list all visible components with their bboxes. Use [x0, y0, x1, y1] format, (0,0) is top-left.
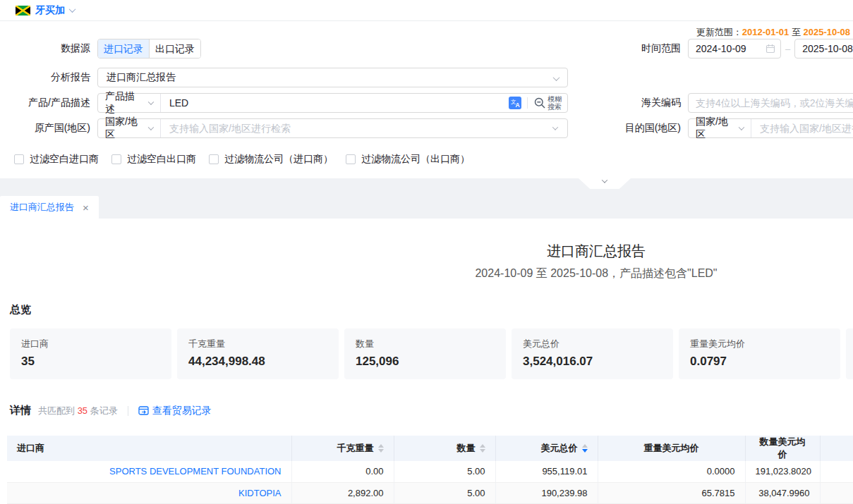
checkbox[interactable] [14, 154, 24, 164]
report-content: 进口商汇总报告 2024-10-09 至 2025-10-08，产品描述包含"L… [0, 219, 853, 504]
table-header-row: 进口商 千克重量 数量 [7, 436, 853, 461]
chevron-down-icon [148, 99, 154, 104]
filter-label[interactable]: 过滤空白进口商 [30, 153, 99, 166]
product-field-type-select[interactable]: 产品描述 [98, 94, 161, 112]
destination-country-type-value: 国家/地区 [696, 116, 734, 141]
report-subtitle: 2024-10-09 至 2025-10-08，产品描述包含"LED" [0, 266, 853, 281]
report-type-select[interactable]: 进口商汇总报告 [97, 68, 568, 87]
overview-card: 重量美元均价 0.0797 [679, 328, 840, 379]
table-cell: 2,892.00 [291, 482, 394, 503]
calendar-icon[interactable] [766, 44, 775, 54]
card-label: 进口商 [21, 338, 160, 350]
card-value: 44,234,998.48 [188, 355, 327, 369]
overview-card-partial [846, 328, 853, 379]
filter-logistics-importer: 过滤物流公司（进口商） [209, 153, 333, 166]
overview-heading: 总览 [10, 303, 31, 316]
checkbox[interactable] [346, 154, 356, 164]
close-icon[interactable]: × [83, 202, 89, 213]
translate-button[interactable]: 文 A [509, 97, 521, 109]
chevron-down-icon [553, 74, 560, 81]
importer-link[interactable]: SPORTS DEVELOPMENT FOUNDATION [109, 466, 281, 477]
collapse-handle[interactable] [579, 178, 631, 189]
sort-carets-icon [480, 444, 485, 453]
chevron-down-icon [602, 177, 607, 183]
trade-records-icon [138, 405, 149, 416]
sort-usd-total[interactable]: 美元总价 [506, 442, 588, 455]
chevron-down-icon [739, 125, 744, 130]
fuzzy-search-label: 模糊 搜索 [548, 95, 562, 111]
origin-country-type-select[interactable]: 国家/地区 [98, 119, 161, 137]
result-tab[interactable]: 进口商汇总报告 × [0, 196, 99, 219]
report-type-label: 分析报告 [0, 71, 97, 84]
table-row: KIDTOPIA 2,892.00 5.00 190,239.98 65.781… [7, 482, 853, 503]
checkbox[interactable] [209, 154, 219, 164]
time-range-label: 时间范围 [596, 42, 688, 55]
divider [128, 406, 128, 416]
checkbox[interactable] [111, 154, 121, 164]
filter-label[interactable]: 过滤空白出口商 [127, 153, 196, 166]
svg-text:A: A [516, 102, 520, 109]
card-label: 数量 [356, 338, 495, 350]
divider [527, 97, 528, 109]
table-cell: 0.0000 [598, 461, 745, 482]
table-cell [820, 461, 853, 482]
hs-code-label: 海关编码 [596, 97, 688, 109]
table-cell: 190,239.98 [495, 482, 598, 503]
jamaica-flag-icon [16, 6, 30, 16]
table-cell: 5.00 [394, 461, 495, 482]
report-title: 进口商汇总报告 [0, 242, 853, 261]
sort-quantity[interactable]: 数量 [404, 442, 485, 455]
product-field-type-value: 产品描述 [105, 90, 143, 116]
result-tab-label: 进口商汇总报告 [10, 201, 74, 214]
date-range-separator: – [785, 44, 790, 54]
update-range-start: 2012-01-01 [742, 27, 790, 37]
query-panel: 更新范围：2012-01-01 至 2025-10-08 数据源 进口记录 出口… [0, 21, 853, 178]
overview-card: 数量 125,096 [344, 328, 506, 379]
details-bar: 详情 共匹配到 35 条记录 查看贸易记录 [10, 404, 212, 417]
column-header-usd-per-weight: 重量美元均价 [598, 436, 745, 461]
tab-export-records[interactable]: 出口记录 [149, 39, 200, 58]
data-source-tabs: 进口记录 出口记录 [97, 39, 201, 59]
column-header-kg-weight: 千克重量 [291, 436, 394, 461]
end-date-input[interactable] [794, 39, 853, 59]
table-cell: 5.00 [394, 482, 495, 503]
chevron-down-icon [552, 124, 558, 130]
chevron-down-icon [148, 125, 154, 130]
overview-card: 千克重量 44,234,998.48 [177, 328, 339, 379]
update-range-end: 2025-10-08 [804, 27, 851, 37]
card-value: 0.0797 [690, 355, 829, 369]
details-heading: 详情 [10, 404, 31, 417]
table-cell-importer: SPORTS DEVELOPMENT FOUNDATION [7, 461, 291, 482]
country-name: 牙买加 [35, 4, 65, 17]
origin-country-input[interactable] [161, 119, 553, 137]
importer-link[interactable]: KIDTOPIA [238, 488, 281, 498]
tab-strip: 进口商汇总报告 × [0, 178, 853, 219]
product-search-input[interactable] [161, 94, 509, 112]
country-selector[interactable]: 牙买加 [16, 4, 75, 17]
table-cell: 955,119.01 [495, 461, 598, 482]
magnifier-icon [533, 97, 546, 109]
column-header-usd-total: 美元总价 [495, 436, 598, 461]
update-range: 更新范围：2012-01-01 至 2025-10-08 [696, 26, 850, 39]
fuzzy-search-button[interactable]: 模糊 搜索 [533, 95, 567, 111]
filter-logistics-exporter: 过滤物流公司（出口商） [346, 153, 470, 166]
destination-country-field: 国家/地区 [688, 118, 853, 138]
sort-kg-weight[interactable]: 千克重量 [302, 442, 384, 455]
view-trade-records-link[interactable]: 查看贸易记录 [138, 405, 212, 417]
trade-records-label: 查看贸易记录 [152, 405, 212, 417]
destination-country-type-select[interactable]: 国家/地区 [689, 119, 751, 137]
destination-country-input[interactable] [751, 119, 853, 137]
data-table: 进口商 千克重量 数量 [7, 436, 853, 504]
destination-country-label: 目的国(地区) [596, 122, 688, 135]
table-cell: 38,047.9960 [745, 482, 820, 503]
sort-carets-icon [582, 444, 588, 453]
card-label: 重量美元均价 [690, 338, 829, 350]
hs-code-input[interactable] [688, 93, 853, 113]
filter-label[interactable]: 过滤物流公司（进口商） [224, 153, 333, 166]
tab-import-records[interactable]: 进口记录 [98, 39, 149, 58]
product-label: 产品/产品描述 [0, 97, 97, 109]
report-type-value: 进口商汇总报告 [98, 71, 176, 84]
overview-cards: 进口商 35 千克重量 44,234,998.48 数量 125,096 美元总… [10, 328, 853, 379]
filter-label[interactable]: 过滤物流公司（出口商） [361, 153, 470, 166]
sort-carets-icon [378, 444, 384, 453]
